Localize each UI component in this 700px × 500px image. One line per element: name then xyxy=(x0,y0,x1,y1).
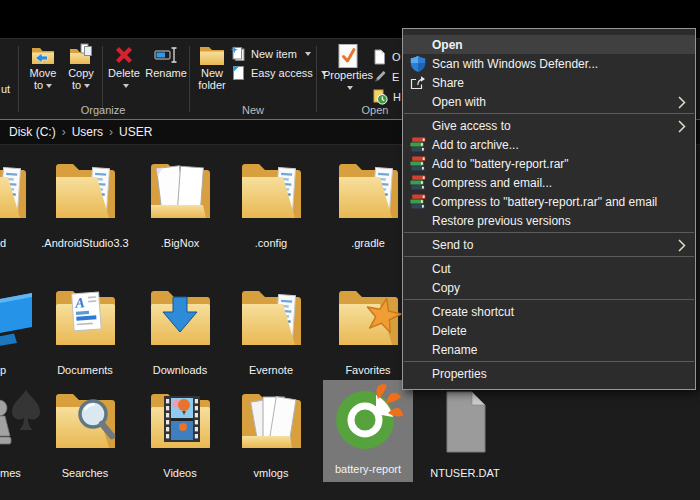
file-icon-box xyxy=(332,158,404,228)
menu-item-send-to[interactable]: Send to xyxy=(403,235,695,254)
new-folder-icon xyxy=(199,43,225,67)
file-icon-box xyxy=(429,388,501,458)
menu-item-rename[interactable]: Rename xyxy=(403,340,695,359)
menu-item-compress-to-battery-report-rar-and-email[interactable]: Compress to "battery-report.rar" and ema… xyxy=(403,192,695,211)
file-item-battery-report[interactable]: battery-report xyxy=(323,380,413,482)
file-item-config[interactable]: .config xyxy=(226,154,316,250)
menu-item-copy[interactable]: Copy xyxy=(403,278,695,297)
file-icon-box xyxy=(332,285,404,355)
file-item-documents[interactable]: ADocuments xyxy=(40,281,130,377)
button-label: New item xyxy=(251,48,297,60)
move-to-button[interactable]: Moveto xyxy=(24,43,62,91)
menu-item-give-access-to[interactable]: Give access to xyxy=(403,116,695,135)
menu-icon-spacer xyxy=(410,303,431,320)
file-icon-box xyxy=(144,388,216,458)
menu-item-properties[interactable]: Properties xyxy=(403,364,695,383)
breadcrumb-segment-users[interactable]: Users xyxy=(66,125,109,139)
menu-icon-spacer xyxy=(410,212,431,229)
menu-item-restore-previous-versions[interactable]: Restore previous versions xyxy=(403,211,695,230)
menu-item-label: Open with xyxy=(432,95,486,109)
file-item-mes[interactable]: mes xyxy=(0,384,42,480)
delete-button[interactable]: Delete xyxy=(106,43,142,91)
menu-separator xyxy=(404,361,694,362)
winrar-icon xyxy=(410,155,431,172)
open-button[interactable]: O xyxy=(372,48,401,66)
file-icon xyxy=(429,388,501,456)
menu-item-label: Compress and email... xyxy=(432,176,552,190)
button-label: Copy xyxy=(68,67,94,79)
clipped-ribbon-button[interactable]: ut xyxy=(1,83,10,95)
file-item-androidstudio3-3[interactable]: .AndroidStudio3.3 xyxy=(40,154,130,250)
file-label: Documents xyxy=(57,364,113,377)
menu-item-open-with[interactable]: Open with xyxy=(403,92,695,111)
folder-down-icon xyxy=(144,285,216,353)
file-item-d[interactable]: d xyxy=(0,154,30,250)
menu-item-open[interactable]: Open xyxy=(403,35,695,54)
menu-item-label: Share xyxy=(432,76,464,90)
button-label: New xyxy=(201,67,223,79)
file-label: vmlogs xyxy=(254,467,289,480)
menu-item-label: Give access to xyxy=(432,119,511,133)
copy-to-button[interactable]: Copyto xyxy=(62,43,100,91)
menu-item-label: Delete xyxy=(432,324,467,338)
file-item-ntuser-dat[interactable]: NTUSER.DAT xyxy=(420,384,510,480)
new-folder-button[interactable]: Newfolder xyxy=(191,43,233,91)
menu-item-share[interactable]: Share xyxy=(403,73,695,92)
easy-access-button[interactable]: Easy access xyxy=(230,64,327,82)
edit-button[interactable]: E xyxy=(372,68,399,86)
file-label: d xyxy=(0,237,6,250)
dropdown-caret-icon xyxy=(123,84,129,88)
file-item-gradle[interactable]: .gradle xyxy=(323,154,413,250)
file-item-favorites[interactable]: Favorites xyxy=(323,281,413,377)
menu-icon-spacer xyxy=(410,93,431,110)
file-item-evernote[interactable]: Evernote xyxy=(226,281,316,377)
properties-button[interactable]: Properties xyxy=(324,43,372,93)
submenu-arrow-icon xyxy=(678,239,686,255)
menu-item-compress-and-email[interactable]: Compress and email... xyxy=(403,173,695,192)
file-icon-box xyxy=(49,388,121,458)
ribbon-group-label-organize: Organize xyxy=(81,104,126,116)
menu-item-label: Cut xyxy=(432,262,451,276)
breadcrumb-segment-disk-c[interactable]: Disk (C:) xyxy=(3,125,62,139)
rename-button[interactable]: Rename xyxy=(141,43,191,79)
folder-star-icon xyxy=(332,285,404,353)
menu-item-label: Add to archive... xyxy=(432,138,519,152)
file-item-downloads[interactable]: Downloads xyxy=(135,281,225,377)
menu-item-label: Send to xyxy=(432,238,473,252)
menu-item-add-to-archive[interactable]: Add to archive... xyxy=(403,135,695,154)
file-item-vmlogs[interactable]: vmlogs xyxy=(226,384,316,480)
breadcrumb-segment-user[interactable]: USER xyxy=(113,125,158,139)
menu-item-scan-with-windows-defender[interactable]: Scan with Windows Defender... xyxy=(403,54,695,73)
file-icon-box xyxy=(0,158,30,228)
folder-paper-icon xyxy=(49,158,121,226)
winrar-icon xyxy=(410,174,431,191)
ribbon-group-divider xyxy=(18,46,19,112)
menu-item-label: Properties xyxy=(432,367,487,381)
delete-icon xyxy=(112,43,136,67)
file-label: .gradle xyxy=(351,237,385,250)
menu-item-delete[interactable]: Delete xyxy=(403,321,695,340)
ribbon-group-label-open: Open xyxy=(362,104,389,116)
easy-access-icon xyxy=(230,65,246,81)
file-item-searches[interactable]: Searches xyxy=(40,384,130,480)
menu-icon-spacer xyxy=(410,279,431,296)
file-item-videos[interactable]: Videos xyxy=(135,384,225,480)
file-item-bignox[interactable]: .BigNox xyxy=(135,154,225,250)
menu-item-label: Create shortcut xyxy=(432,305,514,319)
pen-icon xyxy=(372,69,387,85)
desktop-icon xyxy=(0,285,34,353)
move-to-icon xyxy=(31,43,55,67)
menu-item-add-to-battery-report-rar[interactable]: Add to "battery-report.rar" xyxy=(403,154,695,173)
file-item-p[interactable]: p xyxy=(0,281,34,377)
menu-item-create-shortcut[interactable]: Create shortcut xyxy=(403,302,695,321)
folder-paper-icon xyxy=(235,285,307,353)
file-label: battery-report xyxy=(335,463,401,476)
button-label xyxy=(120,79,129,91)
defender-icon xyxy=(410,55,431,72)
page-icon xyxy=(372,49,387,65)
menu-item-cut[interactable]: Cut xyxy=(403,259,695,278)
new-item-button[interactable]: New item xyxy=(230,45,311,63)
menu-item-label: Open xyxy=(432,38,463,52)
file-label: Favorites xyxy=(345,364,390,377)
folder-paper-icon xyxy=(0,158,30,226)
